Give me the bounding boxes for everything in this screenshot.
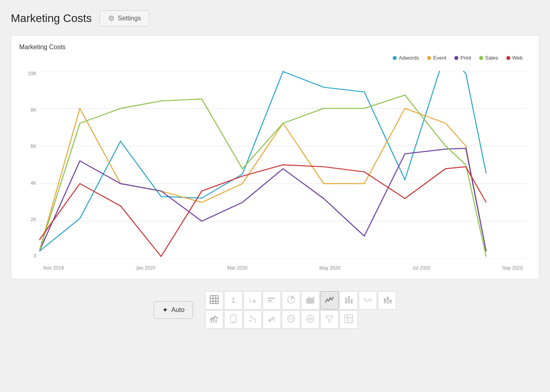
y-label-10k: 10K — [28, 71, 36, 76]
svg-rect-20 — [384, 298, 386, 301]
svg-rect-27 — [215, 319, 217, 323]
phone-button[interactable] — [224, 310, 243, 329]
svg-rect-21 — [387, 299, 389, 304]
svg-point-37 — [273, 320, 275, 322]
combo-chart-button[interactable] — [205, 310, 223, 329]
number-button[interactable]: 1 — [224, 291, 243, 310]
svg-rect-13 — [268, 302, 273, 303]
svg-point-31 — [251, 317, 253, 318]
x-axis: Nov 2019 Jan 2020 Mar 2020 May 2020 Jul … — [39, 265, 527, 271]
legend-label-adwords: Adwords — [399, 55, 419, 61]
number-sort-button[interactable]: 1▲ — [243, 291, 262, 310]
area-button[interactable] — [301, 291, 319, 310]
map2-button[interactable] — [301, 310, 319, 329]
toolbar: ✦ Auto 1 1▲ — [11, 291, 539, 329]
svg-marker-15 — [306, 296, 314, 304]
legend-dot-print — [454, 56, 458, 60]
x-label-jan2020: Jan 2020 — [136, 265, 155, 271]
x-label-nov2019: Nov 2019 — [43, 265, 64, 271]
x-label-may2020: May 2020 — [319, 265, 341, 271]
legend-dot-web — [506, 56, 510, 60]
scatter-icon — [248, 314, 257, 325]
y-label-8k: 8K — [30, 107, 36, 113]
stacked-bar-icon — [383, 295, 391, 306]
chart-title: Marketing Costs — [19, 44, 531, 51]
legend-adwords: Adwords — [393, 55, 419, 61]
event-line — [39, 108, 486, 251]
chart-legend: Adwords Event Print Sales Web — [393, 55, 523, 61]
legend-dot-adwords — [393, 56, 397, 60]
line-smooth-button[interactable] — [320, 291, 339, 310]
chart-panel: Marketing Costs Adwords Event Print — [11, 35, 539, 279]
toolbar-grid: 1 1▲ — [205, 291, 396, 329]
bar-chart-icon — [344, 295, 353, 306]
legend-label-sales: Sales — [485, 55, 498, 61]
phone-icon — [230, 314, 237, 325]
chart-svg-container — [39, 71, 527, 259]
svg-rect-17 — [348, 296, 350, 304]
svg-rect-24 — [389, 300, 391, 302]
filter-button[interactable] — [320, 310, 339, 329]
legend-dot-event — [427, 56, 431, 60]
line-smooth-icon — [325, 295, 334, 306]
x-label-sep2020: Sep 2020 — [502, 265, 523, 271]
settings-button[interactable]: ⚙ Settings — [100, 10, 149, 26]
legend-label-print: Print — [460, 55, 471, 61]
svg-rect-18 — [351, 299, 353, 304]
print-line — [39, 148, 486, 252]
svg-point-33 — [250, 316, 252, 317]
svg-point-35 — [268, 319, 271, 322]
y-label-6k: 6K — [30, 144, 36, 149]
number-icon: 1 — [231, 296, 235, 305]
page-title: Marketing Costs — [11, 8, 92, 29]
bar-horizontal-button[interactable] — [263, 291, 281, 310]
adwords-line — [39, 71, 486, 251]
stacked-bar-button[interactable] — [378, 291, 396, 310]
pie-button[interactable] — [282, 291, 300, 310]
wave-button[interactable] — [359, 291, 377, 310]
gear-icon: ⚙ — [108, 14, 114, 23]
pivot-button[interactable] — [339, 310, 358, 329]
map2-icon — [306, 314, 315, 325]
area-icon — [306, 295, 315, 306]
table-icon — [210, 295, 219, 306]
legend-label-web: Web — [512, 55, 523, 61]
svg-rect-6 — [210, 296, 218, 304]
bar-chart-button[interactable] — [339, 291, 358, 310]
auto-button[interactable]: ✦ Auto — [154, 301, 193, 319]
pie-icon — [287, 295, 295, 306]
page-container: Marketing Costs ⚙ Settings Marketing Cos… — [11, 8, 539, 329]
bubble-button[interactable] — [263, 310, 281, 329]
y-label-0: 0 — [34, 253, 36, 259]
wave-icon — [363, 295, 372, 306]
svg-marker-45 — [326, 316, 333, 322]
table-button[interactable] — [205, 291, 223, 310]
svg-point-44 — [309, 318, 311, 320]
chart-area: Adwords Event Print Sales Web — [19, 55, 531, 271]
svg-rect-19 — [384, 301, 386, 304]
combo-chart-icon — [210, 314, 219, 325]
legend-web: Web — [506, 55, 523, 61]
svg-point-32 — [254, 318, 255, 320]
auto-label: Auto — [171, 306, 185, 314]
pivot-icon — [344, 314, 353, 325]
legend-print: Print — [454, 55, 471, 61]
svg-rect-11 — [268, 298, 275, 299]
y-label-2k: 2K — [30, 217, 36, 222]
settings-label: Settings — [118, 15, 141, 22]
scatter-button[interactable] — [243, 310, 262, 329]
legend-sales: Sales — [479, 55, 498, 61]
filter-icon — [325, 314, 334, 325]
map-button[interactable] — [282, 310, 300, 329]
svg-point-34 — [255, 321, 256, 322]
legend-dot-sales — [479, 56, 483, 60]
chart-svg — [39, 71, 527, 259]
bar-horizontal-icon — [267, 296, 276, 305]
legend-event: Event — [427, 55, 446, 61]
svg-rect-29 — [232, 322, 235, 322]
legend-label-event: Event — [433, 55, 446, 61]
number-sort-icon: 1▲ — [248, 297, 257, 304]
svg-rect-49 — [347, 318, 353, 323]
svg-point-30 — [249, 320, 251, 322]
svg-rect-23 — [389, 302, 391, 304]
